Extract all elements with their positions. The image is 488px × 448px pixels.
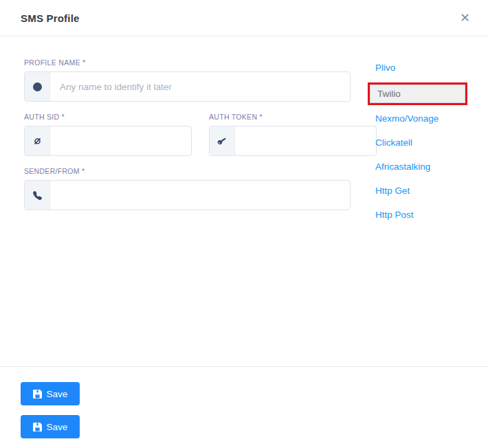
provider-item-label: Twilio <box>370 85 465 103</box>
page-title: SMS Profile <box>21 12 80 24</box>
provider-list: PlivoTwilioNexmo/VonageClickatellAfricas… <box>368 58 467 229</box>
auth-token-group: AUTH TOKEN * <box>209 113 377 156</box>
save-button[interactable]: Save <box>21 382 80 405</box>
save-icon <box>33 390 42 399</box>
auth-row: AUTH SID * AUTH TOKEN * <box>24 113 351 167</box>
save-button-label: Save <box>47 389 68 399</box>
auth-sid-label: AUTH SID * <box>24 113 192 121</box>
provider-item-plivo[interactable]: Plivo <box>368 58 467 77</box>
close-icon[interactable]: ✕ <box>457 9 473 27</box>
save-icon <box>33 423 42 432</box>
modal-body: PROFILE NAME * AUTH SID * <box>0 36 488 229</box>
modal-header: SMS Profile ✕ <box>0 0 488 36</box>
phone-icon <box>25 181 50 210</box>
profile-name-input-group <box>24 71 351 102</box>
sid-icon <box>25 126 50 155</box>
modal-footer: Save Save <box>0 366 488 448</box>
sender-from-input-group <box>24 180 351 210</box>
provider-item-nexmo-vonage[interactable]: Nexmo/Vonage <box>368 109 467 128</box>
save-button-label: Save <box>47 422 68 432</box>
key-icon <box>210 126 235 155</box>
provider-item-africastalking[interactable]: Africastalking <box>368 157 467 176</box>
provider-item-http-post[interactable]: Http Post <box>368 205 467 224</box>
sender-from-label: SENDER/FROM * <box>24 167 351 175</box>
provider-item-clickatell[interactable]: Clickatell <box>368 133 467 152</box>
provider-item-http-get[interactable]: Http Get <box>368 181 467 200</box>
sender-from-input[interactable] <box>50 181 350 210</box>
sms-profile-modal: SMS Profile ✕ PROFILE NAME * AUTH SID * <box>0 0 488 448</box>
auth-sid-input[interactable] <box>50 126 191 155</box>
auth-token-label: AUTH TOKEN * <box>209 113 377 121</box>
auth-token-input[interactable] <box>235 126 376 155</box>
auth-token-input-group <box>209 126 377 156</box>
profile-name-label: PROFILE NAME * <box>24 58 351 67</box>
sms-profile-form: PROFILE NAME * AUTH SID * <box>24 58 351 229</box>
provider-item-twilio[interactable]: Twilio <box>368 82 467 105</box>
auth-sid-group: AUTH SID * <box>24 113 192 156</box>
save-button-secondary[interactable]: Save <box>21 415 80 438</box>
sender-from-group: SENDER/FROM * <box>24 167 351 210</box>
circle-icon <box>25 72 50 101</box>
auth-sid-input-group <box>24 126 192 156</box>
profile-name-group: PROFILE NAME * <box>24 58 351 102</box>
profile-name-input[interactable] <box>50 72 350 101</box>
